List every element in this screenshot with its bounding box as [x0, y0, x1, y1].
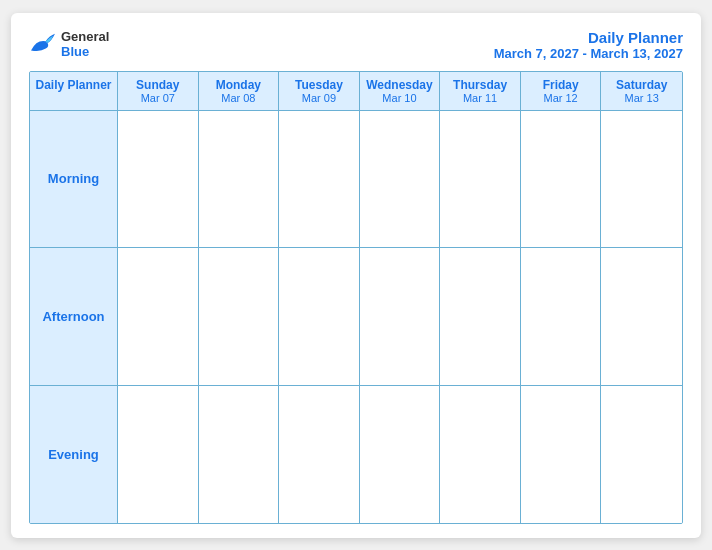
day-name-6: Friday	[525, 78, 597, 92]
col-header-thursday: ThursdayMar 11	[440, 72, 521, 110]
day-name-7: Saturday	[605, 78, 678, 92]
calendar-body: MorningAfternoonEvening	[30, 111, 682, 523]
day-date-6: Mar 12	[525, 92, 597, 104]
planner-date-range: March 7, 2027 - March 13, 2027	[494, 46, 683, 61]
logo: GeneralBlue	[29, 29, 109, 60]
cell-morning-3[interactable]	[360, 111, 441, 248]
cell-afternoon-1[interactable]	[199, 248, 280, 385]
calendar-row-morning: Morning	[30, 111, 682, 249]
planner-title: Daily Planner	[494, 29, 683, 46]
cell-evening-0[interactable]	[118, 386, 199, 523]
col-header-label: Daily Planner	[30, 72, 118, 110]
cell-afternoon-5[interactable]	[521, 248, 602, 385]
cell-afternoon-0[interactable]	[118, 248, 199, 385]
logo-text: GeneralBlue	[61, 29, 109, 60]
col-header-saturday: SaturdayMar 13	[601, 72, 682, 110]
row-label-morning: Morning	[30, 111, 118, 248]
cell-afternoon-6[interactable]	[601, 248, 682, 385]
day-name-4: Wednesday	[364, 78, 436, 92]
cell-afternoon-4[interactable]	[440, 248, 521, 385]
cell-afternoon-3[interactable]	[360, 248, 441, 385]
cell-evening-3[interactable]	[360, 386, 441, 523]
day-date-7: Mar 13	[605, 92, 678, 104]
cell-morning-2[interactable]	[279, 111, 360, 248]
cell-evening-5[interactable]	[521, 386, 602, 523]
col-header-sunday: SundayMar 07	[118, 72, 199, 110]
cell-evening-6[interactable]	[601, 386, 682, 523]
col-header-monday: MondayMar 08	[199, 72, 280, 110]
cell-morning-5[interactable]	[521, 111, 602, 248]
day-date-5: Mar 11	[444, 92, 516, 104]
day-name-2: Monday	[203, 78, 275, 92]
day-name-5: Thursday	[444, 78, 516, 92]
logo-bird-icon	[29, 32, 57, 56]
cell-morning-1[interactable]	[199, 111, 280, 248]
cell-morning-6[interactable]	[601, 111, 682, 248]
day-date-2: Mar 08	[203, 92, 275, 104]
calendar: Daily PlannerSundayMar 07MondayMar 08Tue…	[29, 71, 683, 524]
page: GeneralBlue Daily Planner March 7, 2027 …	[11, 13, 701, 538]
day-date-1: Mar 07	[122, 92, 194, 104]
header: GeneralBlue Daily Planner March 7, 2027 …	[29, 29, 683, 61]
day-name-3: Tuesday	[283, 78, 355, 92]
cell-evening-1[interactable]	[199, 386, 280, 523]
day-date-4: Mar 10	[364, 92, 436, 104]
logo-blue-text: Blue	[61, 44, 89, 59]
col-header-wednesday: WednesdayMar 10	[360, 72, 441, 110]
col-header-friday: FridayMar 12	[521, 72, 602, 110]
day-name-1: Sunday	[122, 78, 194, 92]
title-block: Daily Planner March 7, 2027 - March 13, …	[494, 29, 683, 61]
cell-evening-4[interactable]	[440, 386, 521, 523]
calendar-row-afternoon: Afternoon	[30, 248, 682, 386]
row-label-afternoon: Afternoon	[30, 248, 118, 385]
daily-planner-label: Daily Planner	[34, 78, 113, 94]
cell-afternoon-2[interactable]	[279, 248, 360, 385]
calendar-header: Daily PlannerSundayMar 07MondayMar 08Tue…	[30, 72, 682, 111]
col-header-tuesday: TuesdayMar 09	[279, 72, 360, 110]
day-date-3: Mar 09	[283, 92, 355, 104]
calendar-row-evening: Evening	[30, 386, 682, 523]
row-label-evening: Evening	[30, 386, 118, 523]
cell-morning-4[interactable]	[440, 111, 521, 248]
cell-evening-2[interactable]	[279, 386, 360, 523]
cell-morning-0[interactable]	[118, 111, 199, 248]
